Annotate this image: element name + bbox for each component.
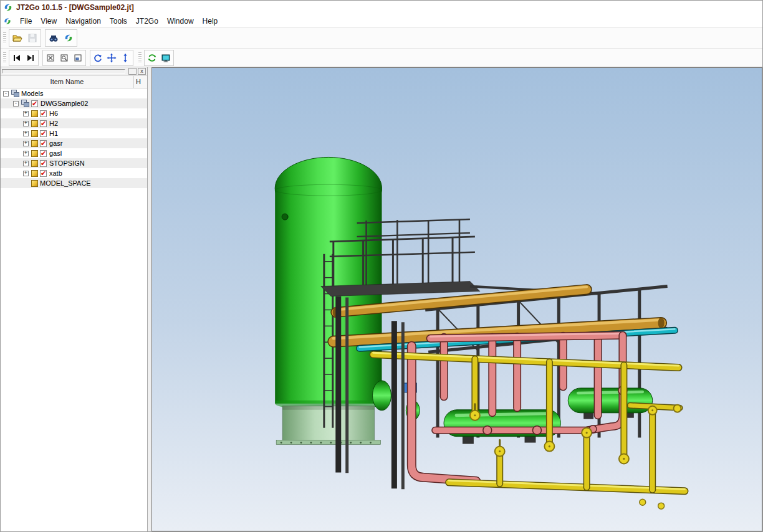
toolbar-grip[interactable] [3,32,6,44]
panel-pin-button[interactable] [128,68,137,75]
expander-plus-icon[interactable]: + [23,111,29,116]
save-icon [25,31,40,45]
part-icon [31,120,38,127]
tree-item-label: H1 [49,130,60,137]
expander-minus-icon[interactable]: - [13,101,19,107]
jt2go-logo-icon[interactable] [61,31,76,45]
tree-header-item-name[interactable]: Item Name [1,76,134,88]
tree-item-label: H2 [49,120,60,127]
toolbar-grip[interactable] [3,52,6,64]
tree-item-label: H6 [49,110,60,117]
app-window: JT2Go 10.1.5 - [DWGSample02.jt] FileView… [0,0,763,532]
assembly-icon [21,100,29,107]
tree-item-label: STOPSIGN [49,159,87,167]
panel-strip: x [1,67,147,76]
expander-plus-icon[interactable]: + [23,171,29,176]
tree-item-DWGSample02[interactable]: -✔DWGSample02 [1,98,147,108]
select-box-icon[interactable] [44,51,57,65]
menubar: FileViewNavigationToolsJT2GoWindowHelp [1,14,762,28]
toolbar-grip[interactable] [138,52,142,64]
content-area: x Item Name H -Models-✔DWGSample02+✔H6+✔… [1,67,762,531]
app-logo-icon [3,2,13,12]
tree-item-STOPSIGN[interactable]: +✔STOPSIGN [1,158,147,168]
tree-item-label: Models [21,90,46,97]
part-icon [31,140,38,147]
menu-file[interactable]: File [16,16,36,27]
expander-plus-icon[interactable]: + [23,121,29,126]
tree-item-label: xatb [49,169,65,177]
tree-item-H1[interactable]: +✔H1 [1,128,147,138]
visibility-checkbox[interactable]: ✔ [40,150,47,157]
tree-rows: -Models-✔DWGSample02+✔H6+✔H2+✔H1+✔gasr+✔… [1,88,147,188]
menu-view[interactable]: View [36,16,61,27]
tree-item-label: gasl [49,150,64,157]
menu-jt2go[interactable]: JT2Go [132,16,163,27]
pan-icon[interactable] [105,51,118,65]
monitor-icon[interactable] [159,51,173,65]
part-icon [31,180,38,187]
zoom-updown-icon[interactable] [118,51,132,65]
tree-header: Item Name H [1,76,147,88]
menu-window[interactable]: Window [163,16,198,27]
part-icon [31,170,38,177]
tree-item-gasr[interactable]: +✔gasr [1,138,147,148]
titlebar: JT2Go 10.1.5 - [DWGSample02.jt] [1,1,762,14]
tree-item-Models[interactable]: -Models [1,88,147,98]
visibility-checkbox[interactable]: ✔ [40,140,47,147]
panel-drag-handle[interactable] [2,69,125,74]
tree-item-H2[interactable]: +✔H2 [1,118,147,128]
document-menu-icon[interactable] [3,17,12,26]
toolbar-standard [1,28,762,49]
part-icon [31,130,38,137]
menu-help[interactable]: Help [198,16,223,27]
tree-header-col2[interactable]: H [134,76,147,88]
part-icon [31,110,38,117]
visibility-checkbox[interactable]: ✔ [40,160,47,167]
tree-item-MODEL_SPACE[interactable]: MODEL_SPACE [1,178,147,188]
window-title: JT2Go 10.1.5 - [DWGSample02.jt] [16,3,134,12]
viewport-3d-scene [152,68,762,531]
panel-close-button[interactable]: x [138,68,146,75]
visibility-checkbox[interactable]: ✔ [40,170,47,177]
rotate-icon[interactable] [91,51,105,65]
tree-item-gasl[interactable]: +✔gasl [1,148,147,158]
visibility-checkbox[interactable]: ✔ [40,120,47,127]
tank-skirt [282,406,374,441]
visibility-checkbox[interactable]: ✔ [40,130,47,137]
assembly-icon [11,90,19,97]
tree-item-label: gasr [49,140,65,147]
expander-minus-icon[interactable]: - [3,91,9,97]
tree-item-xatb[interactable]: +✔xatb [1,168,147,178]
visibility-checkbox[interactable]: ✔ [31,100,38,107]
last-frame-icon[interactable] [24,51,37,65]
expander-plus-icon[interactable]: + [23,141,29,146]
part-icon [31,150,38,157]
fit-view-icon[interactable] [71,51,85,65]
expander-plus-icon[interactable]: + [23,161,29,166]
binoculars-icon[interactable] [46,31,61,45]
first-frame-icon[interactable] [10,51,24,65]
part-icon [31,160,38,167]
menu-tools[interactable]: Tools [105,16,132,27]
reset-view-icon[interactable] [145,51,159,65]
tree-item-label: DWGSample02 [41,100,90,107]
model-tree-panel: x Item Name H -Models-✔DWGSample02+✔H6+✔… [1,67,148,531]
menu-navigation[interactable]: Navigation [61,16,105,27]
tree-item-label: MODEL_SPACE [40,179,94,187]
menubar-items: FileViewNavigationToolsJT2GoWindowHelp [16,16,222,27]
open-folder-icon[interactable] [10,31,25,45]
visibility-checkbox[interactable]: ✔ [40,110,47,117]
toolbar-navigation [1,49,762,67]
viewport-3d[interactable] [151,67,762,531]
expander-plus-icon[interactable]: + [23,131,29,136]
zoom-area-icon[interactable] [57,51,71,65]
storage-tank [275,157,382,444]
tree-item-H6[interactable]: +✔H6 [1,108,147,118]
expander-plus-icon[interactable]: + [23,151,29,156]
